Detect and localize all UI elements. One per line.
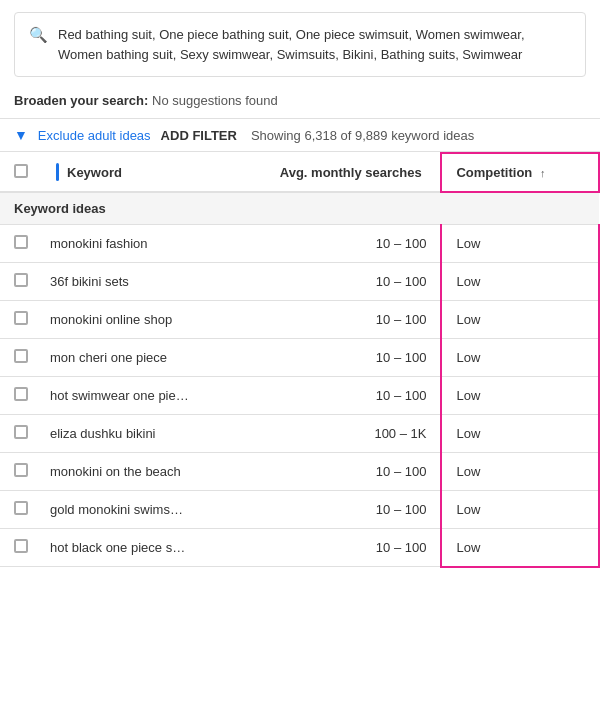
row-searches: 10 – 100: [266, 453, 442, 491]
row-checkbox[interactable]: [14, 273, 28, 287]
row-keyword: mon cheri one piece: [42, 339, 266, 377]
broaden-row: Broaden your search: No suggestions foun…: [0, 87, 600, 118]
row-checkbox-cell: [0, 225, 42, 263]
table-row: monokini fashion10 – 100Low: [0, 225, 599, 263]
exclude-adult-button[interactable]: Exclude adult ideas: [38, 128, 151, 143]
search-terms: Red bathing suit, One piece bathing suit…: [58, 25, 571, 64]
add-filter-button[interactable]: ADD FILTER: [161, 128, 237, 143]
row-checkbox-cell: [0, 301, 42, 339]
row-checkbox-cell: [0, 415, 42, 453]
row-competition: Low: [441, 301, 599, 339]
table-row: gold monokini swims…10 – 100Low: [0, 491, 599, 529]
row-searches: 10 – 100: [266, 225, 442, 263]
section-label: Keyword ideas: [0, 192, 599, 225]
row-checkbox[interactable]: [14, 425, 28, 439]
row-searches: 100 – 1K: [266, 415, 442, 453]
row-checkbox-cell: [0, 377, 42, 415]
table-row: monokini on the beach10 – 100Low: [0, 453, 599, 491]
row-competition: Low: [441, 377, 599, 415]
row-competition: Low: [441, 453, 599, 491]
row-competition: Low: [441, 339, 599, 377]
row-keyword: gold monokini swims…: [42, 491, 266, 529]
blue-bar: [56, 163, 59, 181]
row-checkbox[interactable]: [14, 501, 28, 515]
section-label-row: Keyword ideas: [0, 192, 599, 225]
row-searches: 10 – 100: [266, 377, 442, 415]
row-checkbox[interactable]: [14, 349, 28, 363]
table-row: monokini online shop10 – 100Low: [0, 301, 599, 339]
broaden-label: Broaden your search:: [14, 93, 148, 108]
row-competition: Low: [441, 491, 599, 529]
row-competition: Low: [441, 415, 599, 453]
table-row: hot black one piece s…10 – 100Low: [0, 529, 599, 567]
table-row: 36f bikini sets10 – 100Low: [0, 263, 599, 301]
filter-icon: ▼: [14, 127, 28, 143]
row-checkbox-cell: [0, 263, 42, 301]
table-row: eliza dushku bikini100 – 1KLow: [0, 415, 599, 453]
row-keyword: hot black one piece s…: [42, 529, 266, 567]
th-select-all[interactable]: [0, 153, 42, 192]
row-keyword: monokini fashion: [42, 225, 266, 263]
row-checkbox-cell: [0, 491, 42, 529]
row-competition: Low: [441, 263, 599, 301]
row-keyword: monokini on the beach: [42, 453, 266, 491]
row-checkbox-cell: [0, 339, 42, 377]
th-competition[interactable]: Competition ↑: [441, 153, 599, 192]
row-checkbox-cell: [0, 453, 42, 491]
showing-text: Showing 6,318 of 9,889 keyword ideas: [251, 128, 474, 143]
row-keyword: hot swimwear one pie…: [42, 377, 266, 415]
row-keyword: monokini online shop: [42, 301, 266, 339]
table-row: hot swimwear one pie…10 – 100Low: [0, 377, 599, 415]
table-row: mon cheri one piece10 – 100Low: [0, 339, 599, 377]
row-checkbox[interactable]: [14, 387, 28, 401]
row-checkbox-cell: [0, 529, 42, 567]
row-keyword: 36f bikini sets: [42, 263, 266, 301]
keyword-table: Keyword Avg. monthly searches Competitio…: [0, 152, 600, 568]
filter-bar: ▼ Exclude adult ideas ADD FILTER Showing…: [0, 118, 600, 152]
th-searches: Avg. monthly searches: [266, 153, 442, 192]
row-competition: Low: [441, 225, 599, 263]
row-searches: 10 – 100: [266, 339, 442, 377]
row-competition: Low: [441, 529, 599, 567]
select-all-checkbox[interactable]: [14, 164, 28, 178]
row-checkbox[interactable]: [14, 311, 28, 325]
search-icon: 🔍: [29, 26, 48, 44]
row-keyword: eliza dushku bikini: [42, 415, 266, 453]
row-searches: 10 – 100: [266, 301, 442, 339]
row-searches: 10 – 100: [266, 491, 442, 529]
row-searches: 10 – 100: [266, 529, 442, 567]
row-searches: 10 – 100: [266, 263, 442, 301]
th-keyword: Keyword: [42, 153, 266, 192]
search-bar: 🔍 Red bathing suit, One piece bathing su…: [14, 12, 586, 77]
row-checkbox[interactable]: [14, 539, 28, 553]
broaden-value: No suggestions found: [152, 93, 278, 108]
row-checkbox[interactable]: [14, 463, 28, 477]
row-checkbox[interactable]: [14, 235, 28, 249]
sort-arrow-icon: ↑: [540, 167, 546, 179]
